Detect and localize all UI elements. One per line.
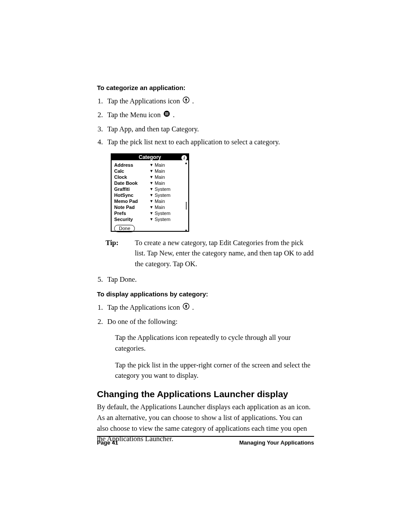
app-name: Graffiti: [114, 186, 149, 192]
step-text-end: .: [192, 97, 194, 105]
applications-icon: [183, 96, 190, 107]
category-picker[interactable]: ▼System: [149, 216, 171, 222]
step-text: Tap the Applications icon: [107, 303, 182, 311]
done-button[interactable]: Done: [114, 225, 135, 232]
tip-block: Tip: To create a new category, tap Edit …: [106, 238, 314, 270]
category-picker[interactable]: ▼System: [149, 186, 171, 192]
list-item: Clock▼Main: [114, 174, 186, 180]
palm-title-text: Category: [139, 154, 161, 160]
step-2: Tap the Menu icon .: [105, 109, 314, 121]
steps-list-2: Tap the Applications icon . Do one of th…: [97, 302, 314, 327]
sub-option-1: Tap the Applications icon repeatedly to …: [115, 333, 314, 354]
page-footer: Page 41 Managing Your Applications: [97, 436, 314, 446]
scrollbar[interactable]: ▲ ▼: [185, 162, 187, 233]
chevron-down-icon: ▼: [149, 198, 153, 204]
app-name: Clock: [114, 174, 149, 180]
category-value: Main: [155, 204, 165, 210]
chevron-down-icon: ▼: [149, 162, 153, 168]
svg-rect-4: [165, 115, 168, 115]
scroll-track[interactable]: [186, 165, 187, 229]
document-page: To categorize an application: Tap the Ap…: [0, 0, 411, 532]
category-value: Main: [155, 174, 165, 180]
steps-list-1b: Tap Done.: [97, 274, 314, 285]
menu-icon: [163, 109, 170, 121]
app-name: HotSync: [114, 192, 149, 198]
step-text: Tap the Menu icon: [107, 111, 162, 119]
step-4: Tap the pick list next to each applicati…: [105, 137, 314, 148]
tip-body: To create a new category, tap Edit Categ…: [135, 238, 314, 270]
heading-changing: Changing the Applications Launcher displ…: [97, 389, 314, 399]
svg-rect-3: [165, 114, 168, 114]
scroll-thumb[interactable]: [186, 202, 187, 210]
category-picker[interactable]: ▼Main: [149, 198, 165, 204]
category-value: Main: [155, 180, 165, 186]
step-1: Tap the Applications icon .: [105, 302, 314, 314]
step-1: Tap the Applications icon .: [105, 96, 314, 108]
heading-display: To display applications by category:: [97, 290, 314, 298]
content-area: To categorize an application: Tap the Ap…: [97, 84, 314, 445]
page-number: Page 41: [97, 439, 118, 446]
category-value: Main: [155, 162, 165, 168]
category-picker[interactable]: ▼Main: [149, 174, 165, 180]
applications-icon: [183, 302, 190, 313]
app-name: Memo Pad: [114, 198, 149, 204]
chapter-title: Managing Your Applications: [239, 439, 314, 446]
scroll-down-icon[interactable]: ▼: [184, 229, 188, 233]
list-item: Date Book▼Main: [114, 180, 186, 186]
step-text-end: .: [173, 111, 174, 119]
category-value: System: [155, 192, 171, 198]
chevron-down-icon: ▼: [149, 192, 153, 198]
step-text: Tap the Applications icon: [107, 97, 182, 105]
app-name: Address: [114, 162, 149, 168]
list-item: Note Pad▼Main: [114, 204, 186, 210]
category-value: Main: [155, 198, 165, 204]
category-picker[interactable]: ▼Main: [149, 168, 165, 174]
step-2: Do one of the following:: [105, 316, 314, 327]
list-item: HotSync▼System: [114, 192, 186, 198]
chevron-down-icon: ▼: [149, 180, 153, 186]
step-3: Tap App, and then tap Category.: [105, 124, 314, 135]
list-item: Address▼Main: [114, 162, 186, 168]
chevron-down-icon: ▼: [149, 186, 153, 192]
app-name: Calc: [114, 168, 149, 174]
chevron-down-icon: ▼: [149, 210, 153, 216]
chevron-down-icon: ▼: [149, 204, 153, 210]
app-name: Note Pad: [114, 204, 149, 210]
category-value: System: [155, 210, 171, 216]
category-picker[interactable]: ▼Main: [149, 162, 165, 168]
chevron-down-icon: ▼: [149, 168, 153, 174]
app-name: Security: [114, 216, 149, 222]
sub-option-2: Tap the pick list in the upper-right cor…: [115, 360, 314, 382]
category-picker[interactable]: ▼System: [149, 192, 171, 198]
scroll-up-icon[interactable]: ▲: [184, 162, 188, 165]
list-item: Security▼System: [114, 216, 186, 222]
footer-rule: [97, 436, 314, 437]
category-picker[interactable]: ▼System: [149, 210, 171, 216]
palm-body: Address▼Main Calc▼Main Clock▼Main Date B…: [112, 160, 188, 234]
category-value: System: [155, 186, 171, 192]
steps-list-1: Tap the Applications icon . Tap the Menu…: [97, 96, 314, 148]
app-name: Date Book: [114, 180, 149, 186]
list-item: Calc▼Main: [114, 168, 186, 174]
step-5: Tap Done.: [105, 274, 314, 285]
list-item: Graffiti▼System: [114, 186, 186, 192]
category-value: System: [155, 216, 171, 222]
heading-categorize: To categorize an application:: [97, 84, 314, 91]
palm-title-bar: Category i: [112, 154, 188, 160]
chevron-down-icon: ▼: [149, 216, 153, 222]
svg-rect-2: [165, 112, 168, 113]
tip-label: Tip:: [106, 238, 127, 270]
category-picker[interactable]: ▼Main: [149, 204, 165, 210]
palm-screenshot: Category i Address▼Main Calc▼Main Clock▼…: [111, 153, 189, 232]
category-value: Main: [155, 168, 165, 174]
step-text-end: .: [192, 303, 194, 311]
list-item: Prefs▼System: [114, 210, 186, 216]
list-item: Memo Pad▼Main: [114, 198, 186, 204]
app-name: Prefs: [114, 210, 149, 216]
chevron-down-icon: ▼: [149, 174, 153, 180]
category-picker[interactable]: ▼Main: [149, 180, 165, 186]
